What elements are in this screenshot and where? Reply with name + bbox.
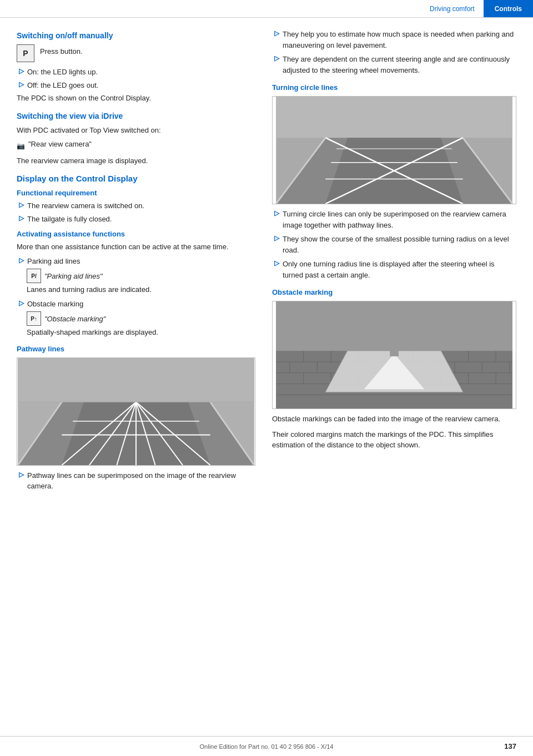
switching-view-section: Switching the view via iDrive With PDC a… bbox=[17, 112, 255, 167]
main-content: Switching on/off manually P Press button… bbox=[0, 18, 533, 505]
left-column: Switching on/off manually P Press button… bbox=[17, 29, 255, 494]
switching-on-off-section: Switching on/off manually P Press button… bbox=[17, 31, 255, 104]
bullet-arrow-icon: ▷ bbox=[274, 54, 279, 62]
bullet-arrow-icon: ▷ bbox=[19, 67, 24, 75]
functional-req-section: Functional requirement ▷ The rearview ca… bbox=[17, 189, 255, 224]
rvc-icon-symbol: 📷 bbox=[17, 142, 25, 150]
functional-req-heading: Functional requirement bbox=[17, 189, 255, 197]
pathway-bullet: ▷ Pathway lines can be superimposed on t… bbox=[17, 470, 255, 492]
steering-angle-text: They are dependent on the current steeri… bbox=[283, 54, 516, 75]
obstacle-marking-image bbox=[272, 301, 516, 409]
press-button-label: Press button. bbox=[40, 46, 83, 57]
led-on-text: On: the LED lights up. bbox=[27, 67, 98, 78]
rearview-on-bullet: ▷ The rearview camera is switched on. bbox=[17, 200, 255, 211]
bullet-arrow-icon: ▷ bbox=[274, 259, 279, 267]
obstacle-marking-icon-label: "Obstacle marking" bbox=[44, 315, 105, 323]
bullet-arrow-icon: ▷ bbox=[274, 234, 279, 242]
svg-rect-17 bbox=[276, 97, 512, 138]
bullet-arrow-icon: ▷ bbox=[19, 256, 24, 264]
obstacle-marking-heading: Obstacle marking bbox=[272, 288, 516, 296]
switching-on-off-heading: Switching on/off manually bbox=[17, 31, 255, 40]
svg-rect-14 bbox=[18, 358, 254, 402]
steering-angle-bullet: ▷ They are dependent on the current stee… bbox=[272, 54, 516, 75]
page-number: 137 bbox=[504, 742, 516, 750]
estimate-bullet: ▷ They help you to estimate how much spa… bbox=[272, 29, 516, 51]
parking-aid-icon-row: P/ "Parking aid lines" bbox=[27, 269, 255, 283]
led-on-bullet: ▷ On: the LED lights up. bbox=[17, 67, 255, 78]
pdc-icon-symbol: P bbox=[23, 49, 28, 58]
parking-aid-icon-label: "Parking aid lines" bbox=[44, 272, 103, 280]
rvc-row: 📷 "Rear view camera" bbox=[17, 139, 255, 153]
bullet-arrow-icon: ▷ bbox=[19, 80, 24, 88]
turning-superimposed-text: Turning circle lines can only be superim… bbox=[283, 209, 516, 230]
pathway-bullet-text: Pathway lines can be superimposed on the… bbox=[27, 470, 255, 492]
header-controls: Controls bbox=[484, 0, 533, 17]
bullet-arrow-icon: ▷ bbox=[274, 209, 279, 217]
led-off-text: Off: the LED goes out. bbox=[27, 80, 98, 91]
bullet-arrow-icon: ▷ bbox=[19, 214, 24, 222]
pathway-lines-image bbox=[17, 357, 255, 466]
rearview-on-text: The rearview camera is switched on. bbox=[27, 200, 144, 211]
bullet-arrow-icon: ▷ bbox=[19, 299, 24, 307]
turning-svg bbox=[273, 97, 516, 204]
estimate-text: They help you to estimate how much space… bbox=[283, 29, 516, 51]
rvc-label: "Rear view camera" bbox=[28, 139, 92, 150]
press-button-row: P Press button. bbox=[17, 44, 255, 62]
page-footer: Online Edition for Part no. 01 40 2 956 … bbox=[0, 736, 533, 756]
pathway-lines-section: Pathway lines bbox=[17, 345, 255, 492]
parking-aid-bullet: ▷ Parking aid lines bbox=[17, 256, 255, 267]
header-driving-comfort: Driving comfort bbox=[421, 0, 484, 17]
pathway-svg bbox=[17, 358, 255, 465]
obstacle-marking-text2: Their colored margins match the markings… bbox=[272, 429, 516, 451]
obstacle-marking-section: Obstacle marking bbox=[272, 288, 516, 451]
switching-view-heading: Switching the view via iDrive bbox=[17, 112, 255, 120]
turning-circle-image bbox=[272, 96, 516, 204]
turning-superimposed-bullet: ▷ Turning circle lines can only be super… bbox=[272, 209, 516, 230]
turning-course-text: They show the course of the smallest pos… bbox=[283, 234, 516, 255]
turning-one-line-bullet: ▷ Only one turning radius line is displa… bbox=[272, 259, 516, 280]
footer-text: Online Edition for Part no. 01 40 2 956 … bbox=[200, 743, 334, 750]
right-column: ▷ They help you to estimate how much spa… bbox=[272, 29, 516, 494]
parking-aid-text: Parking aid lines bbox=[27, 256, 80, 267]
rvc-note: The rearview camera image is displayed. bbox=[17, 155, 255, 167]
switching-view-intro: With PDC activated or Top View switched … bbox=[17, 125, 255, 136]
bullet-arrow-icon: ▷ bbox=[274, 29, 279, 37]
pathway-lines-heading: Pathway lines bbox=[17, 345, 255, 353]
obstacle-marking-bullet: ▷ Obstacle marking bbox=[17, 299, 255, 310]
activating-section: Activating assistance functions More tha… bbox=[17, 230, 255, 338]
bullet-arrow-icon: ▷ bbox=[19, 201, 24, 209]
display-control-section: Display on the Control Display bbox=[17, 174, 255, 183]
tailgate-bullet: ▷ The tailgate is fully closed. bbox=[17, 214, 255, 225]
parking-aid-icon: P/ bbox=[27, 269, 41, 283]
turning-circle-heading: Turning circle lines bbox=[272, 83, 516, 92]
turning-course-bullet: ▷ They show the course of the smallest p… bbox=[272, 234, 516, 255]
tailgate-text: The tailgate is fully closed. bbox=[27, 214, 112, 225]
svg-rect-62 bbox=[276, 301, 512, 351]
activating-heading: Activating assistance functions bbox=[17, 230, 255, 238]
intro-bullets-section: ▷ They help you to estimate how much spa… bbox=[272, 29, 516, 75]
activating-intro: More than one assistance function can be… bbox=[17, 241, 255, 253]
parking-aid-note: Lanes and turning radius are indicated. bbox=[27, 284, 255, 295]
turning-one-line-text: Only one turning radius line is displaye… bbox=[283, 259, 516, 280]
bullet-arrow-icon: ▷ bbox=[19, 471, 24, 478]
obstacle-marking-text1: Obstacle markings can be faded into the … bbox=[272, 414, 516, 425]
display-control-heading: Display on the Control Display bbox=[17, 174, 255, 183]
obstacle-marking-icon-row: P↑ "Obstacle marking" bbox=[27, 311, 255, 326]
obstacle-marking-text: Obstacle marking bbox=[27, 299, 83, 310]
obstacle-marking-note: Spatially-shaped markings are displayed. bbox=[27, 327, 255, 338]
obstacle-marking-icon: P↑ bbox=[27, 311, 41, 326]
pdc-control-display-text: The PDC is shown on the Control Display. bbox=[17, 93, 255, 104]
led-off-bullet: ▷ Off: the LED goes out. bbox=[17, 80, 255, 91]
turning-circle-section: Turning circle lines bbox=[272, 83, 516, 280]
obstacle-svg bbox=[273, 301, 516, 409]
pdc-button-icon: P bbox=[17, 44, 34, 62]
page-header: Driving comfort Controls bbox=[0, 0, 533, 18]
